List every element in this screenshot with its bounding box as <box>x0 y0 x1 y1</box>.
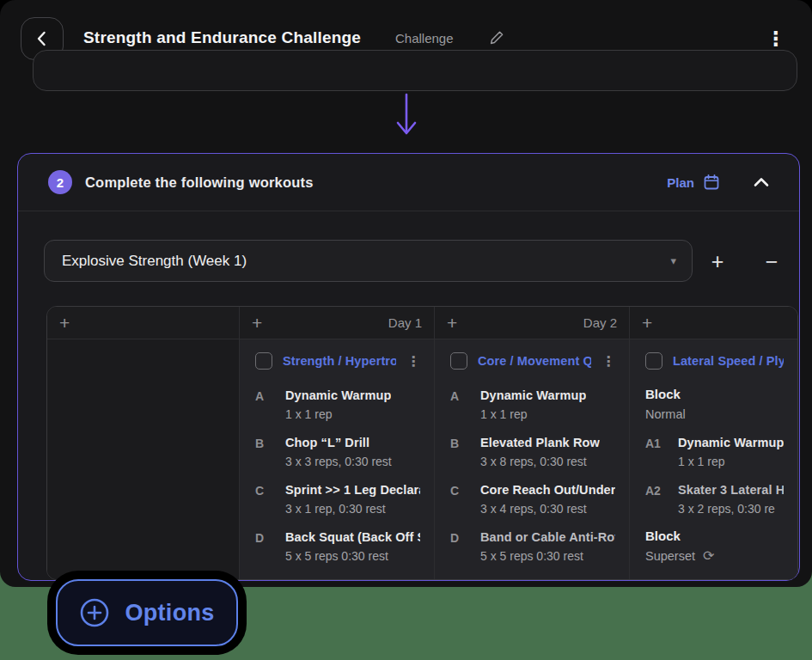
app-window: Strength and Endurance Challenge Challen… <box>0 0 812 587</box>
remove-week-button[interactable]: − <box>755 245 788 278</box>
superset-loop-icon: ⟳ <box>703 549 714 563</box>
board-column-day2: Core / Movement Q... ⋮ A Dynamic Warmup … <box>435 339 630 580</box>
exercise-name: Elevated Plank Row <box>480 436 600 449</box>
workout-checkbox[interactable] <box>450 352 467 370</box>
board-column-day3: Lateral Speed / Ply Block Normal A1 Dyna… <box>630 339 797 580</box>
exercise-row[interactable]: A Dynamic Warmup 1 x 1 rep <box>255 388 420 421</box>
exercise-detail: 1 x 1 rep <box>678 455 784 468</box>
board-header-cell-day3: + <box>630 307 797 339</box>
options-button[interactable]: Options <box>56 579 238 646</box>
workout-title-link[interactable]: Strength / Hypertro... <box>283 354 396 368</box>
add-workout-icon[interactable]: + <box>59 314 70 332</box>
week-select-value: Explosive Strength (Week 1) <box>62 253 247 270</box>
exercise-detail: 3 x 3 reps, 0:30 rest <box>285 455 392 468</box>
plan-link[interactable]: Plan <box>667 174 720 191</box>
edit-pencil-icon[interactable] <box>488 29 505 46</box>
workout-card-day2: Core / Movement Q... ⋮ A Dynamic Warmup … <box>435 339 629 563</box>
exercise-name: Skater 3 Lateral Ho <box>678 483 784 497</box>
collapse-section-button[interactable] <box>753 176 770 188</box>
exercise-row[interactable]: B Chop “L” Drill 3 x 3 reps, 0:30 rest <box>255 436 420 468</box>
week-select-dropdown[interactable]: Explosive Strength (Week 1) ▾ <box>44 240 693 282</box>
add-week-button[interactable]: + <box>701 245 734 278</box>
calendar-icon <box>703 174 720 191</box>
exercise-name: Sprint >> 1 Leg Declarations <box>285 483 420 497</box>
page-title: Strength and Endurance Challenge <box>83 28 361 47</box>
exercise-row[interactable]: C Sprint >> 1 Leg Declarations 3 x 1 rep… <box>255 483 420 516</box>
exercise-row[interactable]: D Band or Cable Anti-Rotati... 5 x 5 rep… <box>450 530 615 563</box>
board-header-row: + + Day 1 + Day 2 + <box>47 307 797 339</box>
chevron-up-icon <box>753 176 770 188</box>
exercise-detail: 1 x 1 rep <box>285 407 391 421</box>
dropdown-caret-icon: ▾ <box>670 254 676 267</box>
board-column-day1: Strength / Hypertro... ⋮ A Dynamic Warmu… <box>240 339 435 580</box>
exercise-name: Chop “L” Drill <box>285 436 392 449</box>
step-2-section: 2 Complete the following workouts Plan E… <box>17 153 800 581</box>
exercise-row[interactable]: A1 Dynamic Warmup 1 x 1 rep <box>645 436 784 468</box>
exercise-row[interactable]: A Dynamic Warmup 1 x 1 rep <box>450 388 615 421</box>
plan-label: Plan <box>667 175 694 190</box>
workout-checkbox[interactable] <box>255 352 272 370</box>
exercise-detail: 5 x 5 reps 0:30 rest <box>480 549 615 563</box>
options-button-highlight-ring: Options <box>47 571 247 655</box>
exercise-name: Dynamic Warmup <box>678 436 784 449</box>
exercise-detail: 1 x 1 rep <box>480 407 586 421</box>
workout-title-link[interactable]: Core / Movement Q... <box>478 354 591 368</box>
chevron-left-icon <box>30 27 54 51</box>
block-label: Block <box>645 387 784 401</box>
exercise-name: Band or Cable Anti-Rotati... <box>480 530 615 544</box>
exercise-detail: 5 x 5 reps 0:30 rest <box>285 549 420 563</box>
exercise-detail: 3 x 4 reps, 0:30 rest <box>480 502 615 516</box>
workout-menu-icon[interactable]: ⋮ <box>406 353 420 370</box>
board-header-cell: + <box>47 307 240 339</box>
workout-card-day3: Lateral Speed / Ply Block Normal A1 Dyna… <box>630 339 797 563</box>
add-workout-icon[interactable]: + <box>252 314 262 332</box>
day-1-label: Day 1 <box>388 315 422 330</box>
exercise-name: Back Squat (Back Off Set) <box>285 530 420 544</box>
exercise-name: Dynamic Warmup <box>285 388 391 402</box>
block-type: Superset ⟳ <box>645 549 784 563</box>
workout-title-link[interactable]: Lateral Speed / Ply <box>673 354 784 368</box>
step-number-badge: 2 <box>48 170 72 194</box>
exercise-detail: 3 x 2 reps, 0:30 re <box>678 502 784 516</box>
step-title: Complete the following workouts <box>85 174 314 191</box>
exercise-name: Core Reach Out/Under <box>480 483 615 497</box>
collapsed-step-card[interactable] <box>33 50 797 91</box>
options-button-label: Options <box>125 600 214 626</box>
add-workout-icon[interactable]: + <box>447 314 457 332</box>
block-label: Block <box>645 529 784 543</box>
workout-card-day1: Strength / Hypertro... ⋮ A Dynamic Warmu… <box>240 339 434 563</box>
board-body: Strength / Hypertro... ⋮ A Dynamic Warmu… <box>47 339 797 580</box>
workout-menu-icon[interactable]: ⋮ <box>601 353 615 370</box>
exercise-row[interactable]: A2 Skater 3 Lateral Ho 3 x 2 reps, 0:30 … <box>645 483 784 516</box>
block-type: Normal <box>645 407 784 421</box>
plus-circle-icon <box>79 597 110 628</box>
workouts-board: + + Day 1 + Day 2 + <box>46 306 798 580</box>
board-header-cell-day2: + Day 2 <box>435 307 630 339</box>
workout-checkbox[interactable] <box>645 352 662 370</box>
exercise-detail: 3 x 8 reps, 0:30 rest <box>480 455 600 468</box>
step-2-header: 2 Complete the following workouts Plan <box>18 154 799 211</box>
day-2-label: Day 2 <box>583 315 617 330</box>
exercise-row[interactable]: C Core Reach Out/Under 3 x 4 reps, 0:30 … <box>450 483 615 516</box>
exercise-name: Dynamic Warmup <box>480 388 586 402</box>
flow-down-arrow-icon <box>394 92 419 142</box>
exercise-detail: 3 x 1 rep, 0:30 rest <box>285 502 420 516</box>
board-column-empty <box>47 339 240 580</box>
exercise-row[interactable]: D Back Squat (Back Off Set) 5 x 5 reps 0… <box>255 530 420 563</box>
add-workout-icon[interactable]: + <box>642 314 652 332</box>
board-header-cell-day1: + Day 1 <box>240 307 435 339</box>
exercise-row[interactable]: B Elevated Plank Row 3 x 8 reps, 0:30 re… <box>450 436 615 468</box>
challenge-type-tag: Challenge <box>395 31 454 46</box>
